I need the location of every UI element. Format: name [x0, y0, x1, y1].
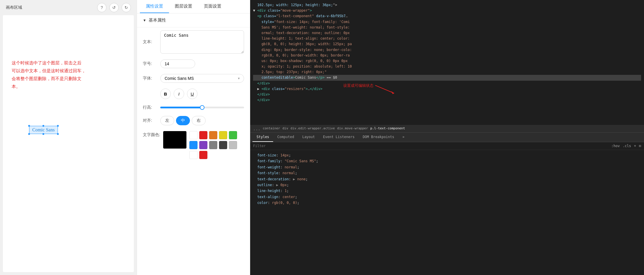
color-yellow[interactable] [219, 131, 227, 139]
align-left-button[interactable]: 左 [160, 116, 174, 125]
panel-tabs: 属性设置 图层设置 页面设置 [137, 0, 250, 13]
align-row: 对齐: 左 中 右 [137, 113, 250, 128]
filter-actions: :hov .cls + ⊡ [611, 144, 641, 148]
color-extra-2[interactable] [199, 151, 207, 159]
fontsize-label: 字号: [143, 61, 157, 66]
color-black-swatch[interactable] [163, 131, 186, 149]
text-element[interactable]: Comic Sans [29, 126, 58, 134]
html-line: ormal; text-decoration: none; outline: 0… [253, 30, 641, 36]
italic-button[interactable]: I [174, 89, 184, 99]
text-element-wrapper[interactable]: Comic Sans [29, 126, 58, 134]
tab-styles[interactable]: Styles [252, 133, 273, 142]
format-row: B I U [137, 86, 250, 102]
tab-page[interactable]: 页面设置 [198, 0, 227, 13]
fontsize-input[interactable] [160, 59, 195, 68]
html-line: <p class="l-text-component" data-v-6bf95… [253, 13, 641, 19]
tab-computed[interactable]: Computed [273, 133, 298, 142]
text-input[interactable]: Comic Sans [160, 30, 244, 54]
bold-button[interactable]: B [160, 89, 171, 99]
breadcrumb-div[interactable]: div [282, 126, 288, 131]
font-select-value: Comic Sans MS [165, 76, 238, 81]
format-buttons: B I U [160, 89, 198, 99]
align-center-button[interactable]: 中 [176, 116, 190, 125]
canvas-content: 这个时候选中了这个图层，双击之后 可以选中文本，但是这时候通过回车， 会将整个图… [3, 15, 134, 272]
chevron-down-icon: ▼ [143, 18, 146, 22]
devtools-panel: 102.5px; width: 125px; height: 36px;"> ▼… [250, 0, 644, 275]
html-line: ▶ <div class="resizers">…</div> [253, 86, 641, 92]
filter-expand[interactable]: ⊡ [639, 144, 641, 148]
align-label: 对齐: [143, 118, 157, 123]
html-line: gb(0, 0, 0); height: 36px; width: 125px;… [253, 41, 641, 47]
css-line: text-align: center; [253, 194, 641, 200]
css-line: font-size: 14px; [253, 152, 641, 158]
color-blue[interactable] [189, 141, 198, 149]
filter-input[interactable] [253, 144, 609, 148]
color-red[interactable] [199, 131, 207, 139]
canvas-label: 画布区域 [6, 5, 22, 10]
breadcrumb-move-wrapper[interactable]: div.move-wrapper [337, 126, 368, 131]
html-line: style="font-size: 14px; font-family: 'Co… [253, 19, 641, 25]
devtools-tabs: Styles Computed Layout Event Listeners D… [250, 133, 644, 142]
html-line: rgb(0, 0, 0); border-width: 0px; border-… [253, 53, 641, 58]
css-line: text-decoration: ▶ none; [253, 176, 641, 182]
canvas-annotation: 这个时候选中了这个图层，双击之后 可以选中文本，但是这时候通过回车， 会将整个图… [12, 59, 87, 90]
css-line: color: rgb(0, 0, 0); [253, 200, 641, 206]
lineheight-slider[interactable] [160, 107, 244, 108]
breadcrumb-p[interactable]: p.l-text-component [370, 126, 405, 131]
devtools-styles: font-size: 14px; font-family: "Comic San… [250, 150, 644, 275]
tab-layers[interactable]: 图层设置 [169, 0, 198, 13]
color-extra-1[interactable] [189, 151, 198, 159]
tab-dom-breakpoints[interactable]: DOM Breakpoints [359, 133, 398, 142]
text-label: 文本: [143, 39, 157, 45]
color-orange[interactable] [209, 131, 217, 139]
lineheight-row: 行高: [137, 102, 250, 113]
color-white[interactable] [189, 131, 198, 139]
tab-properties[interactable]: 属性设置 [140, 0, 169, 13]
filter-hov[interactable]: :hov [611, 144, 620, 148]
text-field-row: 文本: Comic Sans [137, 27, 250, 57]
color-dark[interactable] [219, 141, 227, 149]
css-line: font-family: "Comic Sans MS"; [253, 158, 641, 164]
html-line: 2.5px; top: 237px; right: 0px;" [253, 69, 641, 75]
color-grid [189, 131, 244, 159]
tab-more[interactable]: » [398, 133, 408, 142]
color-row-1 [189, 131, 244, 139]
html-line: Sans MS'; font-weight: normal; font-styl… [253, 25, 641, 30]
filter-add[interactable]: + [634, 144, 636, 148]
font-label: 字体: [143, 76, 157, 81]
breadcrumb-container[interactable]: container [263, 126, 280, 131]
property-panel: 属性设置 图层设置 页面设置 ▼ 基本属性 文本: Comic Sans 字号:… [137, 0, 250, 275]
html-line: </div> [253, 81, 641, 86]
html-line: </div> [253, 97, 641, 103]
html-line: ▼ <div class="move-wrapper"> [253, 8, 641, 13]
html-selected-line[interactable]: contenteditable>Comic Sans</p> == $0 [253, 75, 641, 80]
align-buttons: 左 中 右 [160, 116, 206, 125]
css-line: font-style: normal; [253, 170, 641, 176]
color-light[interactable] [229, 141, 237, 149]
chevron-down-icon: ▾ [238, 76, 240, 80]
color-purple[interactable] [199, 141, 207, 149]
slider-fill [160, 107, 202, 108]
redo-button[interactable]: ↻ [122, 3, 131, 12]
font-row: 字体: Comic Sans MS ▾ [137, 71, 250, 86]
color-row-2 [189, 141, 244, 149]
css-line: line-height: 1; [253, 188, 641, 194]
color-gray[interactable] [209, 141, 217, 149]
element-breadcrumb: ... container div div.edit-wrapper.activ… [250, 125, 644, 133]
canvas-area: 画布区域 ? ↺ ↻ 这个时候选中了这个图层，双击之后 可以选中文本，但是这时候… [0, 0, 137, 275]
devtools-filter-bar: :hov .cls + ⊡ [250, 142, 644, 150]
color-green[interactable] [229, 131, 237, 139]
undo-button[interactable]: ↺ [109, 3, 119, 12]
tab-layout[interactable]: Layout [298, 133, 319, 142]
filter-cls[interactable]: .cls [623, 144, 631, 148]
html-line: </div> [253, 92, 641, 97]
color-row-3 [189, 151, 244, 159]
align-right-button[interactable]: 右 [192, 116, 206, 125]
breadcrumb-more[interactable]: ... [253, 126, 260, 131]
underline-button[interactable]: U [187, 89, 198, 99]
font-select[interactable]: Comic Sans MS ▾ [160, 74, 244, 83]
slider-thumb[interactable] [200, 105, 204, 110]
breadcrumb-edit-wrapper[interactable]: div.edit-wrapper.active [291, 126, 335, 131]
tab-event-listeners[interactable]: Event Listeners [319, 133, 359, 142]
help-button[interactable]: ? [97, 3, 106, 12]
